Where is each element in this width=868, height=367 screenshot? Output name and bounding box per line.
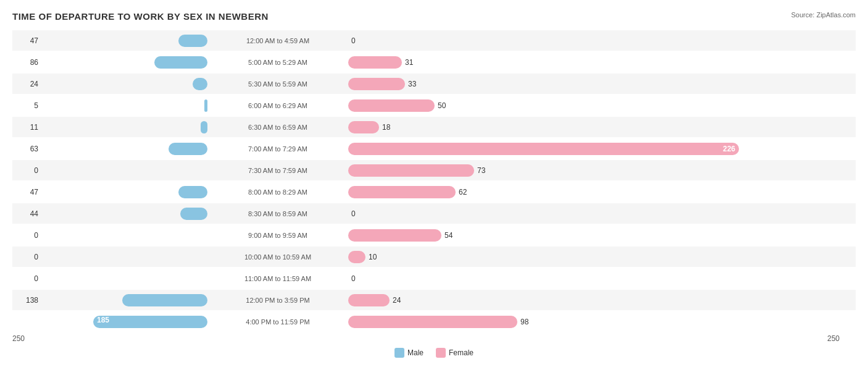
right-bar-container: 0: [348, 35, 811, 47]
left-section: 86: [12, 56, 210, 69]
time-label: 10:00 AM to 10:59 AM: [210, 253, 346, 261]
female-bar: [348, 316, 517, 328]
left-bar-container: [41, 99, 207, 112]
time-label: 8:00 AM to 8:29 AM: [210, 188, 346, 196]
female-value: 33: [408, 80, 416, 88]
male-legend-box: [394, 348, 404, 358]
time-label: 11:00 AM to 11:59 AM: [210, 275, 346, 282]
female-value: 0: [351, 274, 356, 283]
bar-row: 116:30 AM to 6:59 AM18: [12, 117, 856, 137]
left-section: 11: [12, 121, 210, 133]
female-value: 18: [382, 123, 390, 132]
female-bar: [348, 251, 365, 263]
left-bar-container: [41, 143, 207, 155]
male-bar: [169, 143, 207, 155]
male-value: 138: [20, 296, 38, 305]
male-value: 5: [20, 101, 38, 110]
male-value: 24: [20, 80, 38, 88]
left-section: 5: [12, 99, 210, 112]
female-bar: 226: [348, 143, 739, 155]
male-legend-label: Male: [407, 348, 424, 357]
female-bar: [348, 186, 456, 198]
right-section: 0: [346, 272, 840, 285]
right-section: 226: [346, 143, 840, 155]
right-section: 0: [346, 208, 840, 220]
right-bar-container: 62: [348, 186, 811, 198]
left-section: 47: [12, 35, 210, 47]
left-bar-container: [41, 229, 207, 242]
right-section: 98: [346, 316, 840, 328]
time-label: 12:00 PM to 3:59 PM: [210, 297, 346, 304]
left-bar-container: [41, 251, 207, 263]
right-bar-container: 0: [348, 272, 811, 285]
male-bar-value-inside: 185: [97, 316, 109, 324]
chart-source: Source: ZipAtlas.com: [791, 11, 856, 19]
time-label: 7:00 AM to 7:29 AM: [210, 145, 346, 153]
bar-row: 865:00 AM to 5:29 AM31: [12, 52, 856, 72]
right-bar-container: 50: [348, 99, 811, 112]
left-bar-container: [41, 164, 207, 177]
male-bar: [178, 186, 207, 198]
time-label: 5:30 AM to 5:59 AM: [210, 80, 346, 88]
time-label: 5:00 AM to 5:29 AM: [210, 59, 346, 66]
left-bar-container: [41, 56, 207, 69]
time-label: 6:00 AM to 6:29 AM: [210, 102, 346, 109]
axis-right: 250: [346, 334, 840, 343]
female-value: 62: [459, 188, 467, 196]
time-label: 12:00 AM to 4:59 AM: [210, 37, 346, 44]
male-bar: [154, 56, 207, 69]
female-bar: [348, 99, 435, 112]
male-value: 0: [20, 274, 38, 283]
male-value: 0: [20, 253, 38, 261]
female-bar: [348, 229, 441, 242]
female-value: 73: [477, 166, 485, 175]
male-value: 63: [20, 145, 38, 153]
bar-row: 1854:00 PM to 11:59 PM98: [12, 311, 856, 332]
female-value: 0: [351, 209, 356, 218]
time-label: 8:30 AM to 8:59 AM: [210, 210, 346, 217]
female-value: 31: [405, 58, 413, 67]
chart-container: TIME OF DEPARTURE TO WORK BY SEX IN NEWB…: [0, 0, 868, 367]
left-bar-container: [41, 35, 207, 47]
male-bar: [201, 121, 207, 133]
male-bar: [180, 208, 207, 220]
male-bar: 185: [93, 316, 207, 328]
right-section: 31: [346, 56, 840, 69]
female-bar: [348, 121, 379, 133]
female-value: 54: [444, 231, 453, 240]
left-bar-container: [41, 78, 207, 90]
time-label: 6:30 AM to 6:59 AM: [210, 124, 346, 131]
left-section: 24: [12, 78, 210, 90]
right-bar-container: 226: [348, 143, 811, 155]
title-row: TIME OF DEPARTURE TO WORK BY SEX IN NEWB…: [12, 11, 856, 24]
right-bar-container: 73: [348, 164, 811, 177]
left-section: 0: [12, 229, 210, 242]
legend-female: Female: [436, 348, 474, 358]
male-value: 0: [20, 166, 38, 175]
female-value: 24: [393, 296, 401, 305]
left-bar-container: [41, 208, 207, 220]
bar-row: 011:00 AM to 11:59 AM0: [12, 268, 856, 289]
female-bar: [348, 294, 390, 306]
bar-row: 13812:00 PM to 3:59 PM24: [12, 290, 856, 310]
female-value: 0: [351, 36, 356, 45]
right-section: 10: [346, 251, 840, 263]
right-bar-container: 33: [348, 78, 811, 90]
bar-row: 245:30 AM to 5:59 AM33: [12, 74, 856, 94]
male-value: 86: [20, 58, 38, 67]
male-bar: [193, 78, 207, 90]
female-value: 10: [369, 253, 377, 261]
right-section: 0: [346, 35, 840, 47]
left-section: 47: [12, 186, 210, 198]
bar-row: 448:30 AM to 8:59 AM0: [12, 203, 856, 224]
axis-row: 250 250: [12, 334, 856, 343]
female-legend-label: Female: [449, 348, 474, 357]
female-value: 98: [520, 318, 528, 326]
axis-right-value: 250: [827, 334, 840, 343]
left-bar-container: [41, 186, 207, 198]
right-section: 18: [346, 121, 840, 133]
time-label: 7:30 AM to 7:59 AM: [210, 167, 346, 174]
right-bar-container: 24: [348, 294, 811, 306]
axis-left-value: 250: [12, 334, 25, 343]
left-bar-container: 185: [41, 316, 207, 328]
